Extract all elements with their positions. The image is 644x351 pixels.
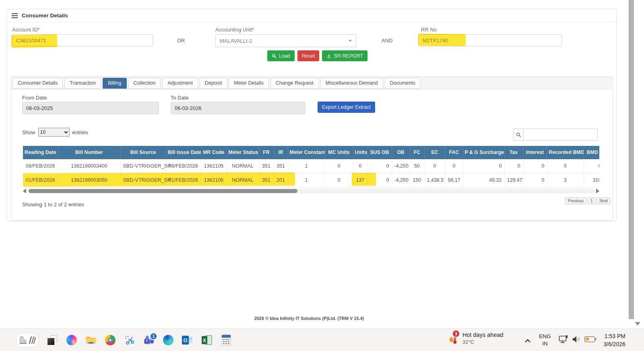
taskbar-pinned-icons: T 1 O X [16,329,232,351]
reset-button[interactable]: Reset [297,50,320,61]
scroll-down-icon[interactable] [635,322,640,326]
cell: 50 [410,159,424,173]
scrollbar-thumb[interactable] [29,189,297,193]
vertical-scrollbar-thumb[interactable] [629,0,634,319]
tab-consumer-details[interactable]: Consumer Details [12,78,63,89]
column-header[interactable]: Meter Constant [288,146,325,159]
outlook-icon[interactable]: O [182,334,193,346]
highlight-table-row [23,172,295,187]
required-asterisk: * [252,27,254,33]
column-header[interactable]: Recorded BMD [547,146,584,159]
entries-label: entries [72,129,88,135]
tab-collection[interactable]: Collection [128,78,161,89]
highlight-rr-no [418,34,466,46]
table-search-input[interactable] [524,129,598,141]
to-date-input[interactable] [171,102,305,114]
column-header[interactable]: IR [274,146,288,159]
account-id-label: Account ID* [12,27,40,33]
page-number-button[interactable]: 1 [588,197,596,204]
show-hidden-icons-chevron[interactable] [524,337,531,345]
scrollbar-track[interactable] [28,189,594,193]
to-date-label: To Date [171,95,189,101]
column-header[interactable]: Bill Issue Date [166,146,201,159]
highlight-account-id [11,34,58,48]
scroll-left-icon[interactable] [23,189,26,193]
teams-icon[interactable]: T 1 [143,334,155,346]
cell: 351 [274,159,288,173]
svg-text:X: X [203,338,206,343]
hamburger-menu-icon[interactable] [12,12,18,19]
cell: SBD-VTRIGGER_SP [120,159,166,173]
column-header[interactable]: MC Units [325,146,353,159]
accounting-unit-select[interactable]: MALAVALLI-2 [215,34,356,47]
sr-report-button[interactable]: SR REPORT [322,50,367,61]
cell: 150 [410,173,424,187]
cell: 129.47 [504,173,523,187]
excel-icon[interactable]: X [201,334,213,346]
weather-widget[interactable]: 3 Hot days ahead 32°C [448,332,504,345]
column-header[interactable]: P & G Surcharge [463,146,504,159]
show-label: Show [22,129,35,135]
tab-deposit[interactable]: Deposit [200,78,227,89]
clock-widget[interactable]: 1:53 PM 3/6/2026 [588,332,625,348]
column-header[interactable]: Meter Status [227,146,259,159]
column-header[interactable]: FAC [445,146,463,159]
cell: 1362105 [201,159,227,173]
snipping-tool-icon[interactable] [124,334,135,346]
column-header[interactable]: Interest [523,146,547,159]
cell: 08/FEB/2026 [166,159,201,173]
notification-count-badge: 3 [452,330,460,338]
from-date-label: From Date [22,95,47,101]
previous-page-button[interactable]: Previous [565,197,586,204]
tab-miscellaneous-demand[interactable]: Miscellaneous Demand [320,78,383,89]
consumer-details-page: Consumer Details Account ID* OR Accounti… [0,0,644,351]
table-search [513,129,598,141]
next-page-button[interactable]: Next [597,197,611,204]
load-button[interactable]: Load [267,50,295,61]
accounting-unit-value: MALAVALLI-2 [220,38,252,44]
export-ledger-extract-button[interactable]: Export Ledger Extract [318,102,375,113]
tab-meter-details[interactable]: Meter Details [229,78,269,89]
file-explorer-icon[interactable] [85,334,97,346]
column-header[interactable]: FC [410,146,424,159]
tab-documents[interactable]: Documents [385,78,421,89]
column-header[interactable]: EC [424,146,445,159]
calculator-icon[interactable] [221,334,232,346]
column-header[interactable]: BMD I [584,146,599,159]
copilot-icon[interactable] [66,334,77,346]
language-indicator[interactable]: ENG IN [537,333,553,347]
cell: NORMAL [227,159,259,173]
column-header[interactable]: Bill Number [58,146,120,159]
column-header[interactable]: Units [353,146,367,159]
accounting-unit-label: Accounting Unit* [215,27,254,33]
language-secondary: IN [537,340,553,347]
column-header[interactable]: SUS OB [367,146,392,159]
pagination: Previous 1 Next [565,197,611,204]
card-header: Consumer Details [6,9,616,23]
search-icon [272,54,277,58]
from-date-input[interactable] [22,102,159,114]
page-size-select[interactable]: 10 [38,128,70,137]
download-icon [326,54,331,58]
chevron-down-icon [349,40,352,42]
scroll-right-icon[interactable] [596,189,599,193]
chrome-icon[interactable] [105,334,116,346]
cell: 0 [463,159,504,173]
form-buttons: Load Reset SR REPORT [267,50,367,61]
tab-transaction[interactable]: Transaction [64,78,101,89]
column-header[interactable]: Tax [504,146,523,159]
tab-adjustment[interactable]: Adjustment [162,78,198,89]
footer-copyright: 2026 © Idea Infinity IT Solutions (P)Ltd… [0,316,618,321]
edge-icon[interactable] [163,334,174,346]
column-header[interactable]: Bill Source [120,146,166,159]
column-header[interactable]: OB [392,146,410,159]
column-header[interactable]: MR Code [201,146,227,159]
column-header[interactable]: Reading Date [23,146,58,159]
column-header[interactable]: FR [259,146,274,159]
tab-billing[interactable]: Billing [103,78,126,89]
skates-pens-icon[interactable] [16,333,39,347]
tab-change-request[interactable]: Change Request [270,78,319,89]
rr-no-label: RR No [421,27,437,33]
task-view-icon[interactable] [47,334,58,346]
date-text: 3/6/2026 [588,340,625,348]
